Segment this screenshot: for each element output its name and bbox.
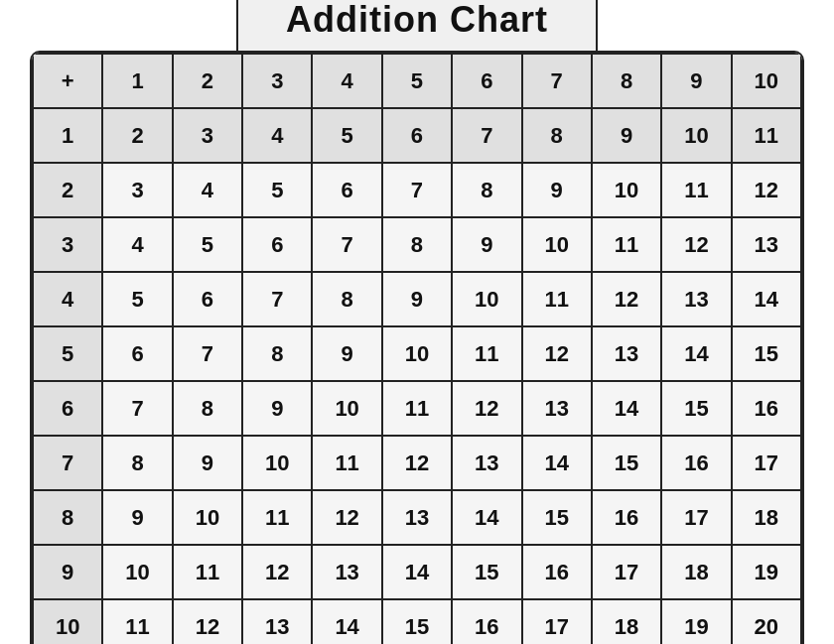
header-col-2: 2: [173, 54, 242, 108]
table-cell: 10: [173, 490, 242, 545]
row-label-2: 2: [33, 163, 102, 217]
table-cell: 10: [102, 545, 172, 599]
header-operator-cell: +: [33, 54, 102, 108]
table-cell: 12: [312, 490, 381, 545]
table-cell: 13: [522, 381, 592, 436]
table-row: 1234567891011: [33, 108, 801, 163]
table-cell: 7: [242, 272, 312, 326]
table-cell: 9: [102, 490, 172, 545]
row-label-10: 10: [33, 599, 102, 644]
table-cell: 12: [592, 272, 661, 326]
table-cell: 13: [592, 326, 661, 381]
table-cell: 11: [312, 436, 381, 490]
table-cell: 13: [732, 217, 801, 272]
table-cell: 16: [522, 545, 592, 599]
header-col-7: 7: [522, 54, 592, 108]
table-cell: 16: [452, 599, 521, 644]
table-cell: 15: [592, 436, 661, 490]
table-cell: 14: [382, 545, 452, 599]
table-cell: 8: [102, 436, 172, 490]
table-row: 56789101112131415: [33, 326, 801, 381]
table-cell: 9: [592, 108, 661, 163]
table-cell: 10: [522, 217, 592, 272]
table-row: 23456789101112: [33, 163, 801, 217]
table-cell: 16: [732, 381, 801, 436]
table-cell: 6: [312, 163, 381, 217]
chart-container: +123456789101234567891011234567891011123…: [30, 51, 804, 644]
table-cell: 15: [382, 599, 452, 644]
table-cell: 12: [242, 545, 312, 599]
table-cell: 20: [732, 599, 801, 644]
table-cell: 18: [661, 545, 731, 599]
table-cell: 10: [592, 163, 661, 217]
table-cell: 11: [173, 545, 242, 599]
table-cell: 4: [242, 108, 312, 163]
table-cell: 14: [732, 272, 801, 326]
table-cell: 11: [661, 163, 731, 217]
table-cell: 7: [452, 108, 521, 163]
table-cell: 4: [173, 163, 242, 217]
row-label-1: 1: [33, 108, 102, 163]
table-cell: 17: [661, 490, 731, 545]
table-cell: 2: [102, 108, 172, 163]
table-cell: 15: [522, 490, 592, 545]
chart-title: Addition Chart: [236, 0, 598, 53]
table-cell: 9: [452, 217, 521, 272]
table-cell: 10: [242, 436, 312, 490]
table-cell: 9: [522, 163, 592, 217]
table-cell: 12: [732, 163, 801, 217]
table-cell: 13: [312, 545, 381, 599]
table-cell: 17: [732, 436, 801, 490]
header-col-1: 1: [102, 54, 172, 108]
table-cell: 8: [522, 108, 592, 163]
table-cell: 4: [102, 217, 172, 272]
table-cell: 13: [382, 490, 452, 545]
row-label-5: 5: [33, 326, 102, 381]
header-col-4: 4: [312, 54, 381, 108]
page-wrapper: Addition Chart +123456789101234567891011…: [30, 0, 804, 644]
row-label-9: 9: [33, 545, 102, 599]
table-row: 345678910111213: [33, 217, 801, 272]
table-cell: 6: [102, 326, 172, 381]
table-cell: 7: [312, 217, 381, 272]
table-row: 910111213141516171819: [33, 545, 801, 599]
table-cell: 8: [242, 326, 312, 381]
table-cell: 10: [382, 326, 452, 381]
table-cell: 5: [312, 108, 381, 163]
table-cell: 5: [102, 272, 172, 326]
table-cell: 16: [661, 436, 731, 490]
table-cell: 19: [661, 599, 731, 644]
table-cell: 10: [452, 272, 521, 326]
table-cell: 16: [592, 490, 661, 545]
table-cell: 6: [382, 108, 452, 163]
header-col-3: 3: [242, 54, 312, 108]
table-cell: 3: [102, 163, 172, 217]
table-cell: 12: [173, 599, 242, 644]
table-cell: 17: [592, 545, 661, 599]
table-cell: 14: [522, 436, 592, 490]
table-cell: 8: [312, 272, 381, 326]
table-cell: 8: [382, 217, 452, 272]
table-cell: 9: [242, 381, 312, 436]
table-cell: 12: [452, 381, 521, 436]
table-cell: 13: [661, 272, 731, 326]
table-cell: 9: [173, 436, 242, 490]
table-cell: 12: [382, 436, 452, 490]
table-row: 89101112131415161718: [33, 490, 801, 545]
table-cell: 11: [732, 108, 801, 163]
table-cell: 10: [312, 381, 381, 436]
table-cell: 6: [242, 217, 312, 272]
table-cell: 10: [661, 108, 731, 163]
table-cell: 9: [382, 272, 452, 326]
table-cell: 18: [592, 599, 661, 644]
table-cell: 14: [592, 381, 661, 436]
table-cell: 17: [522, 599, 592, 644]
table-cell: 13: [452, 436, 521, 490]
table-row: 7891011121314151617: [33, 436, 801, 490]
table-cell: 11: [592, 217, 661, 272]
row-label-6: 6: [33, 381, 102, 436]
table-cell: 12: [522, 326, 592, 381]
table-cell: 8: [173, 381, 242, 436]
table-cell: 9: [312, 326, 381, 381]
table-cell: 15: [732, 326, 801, 381]
